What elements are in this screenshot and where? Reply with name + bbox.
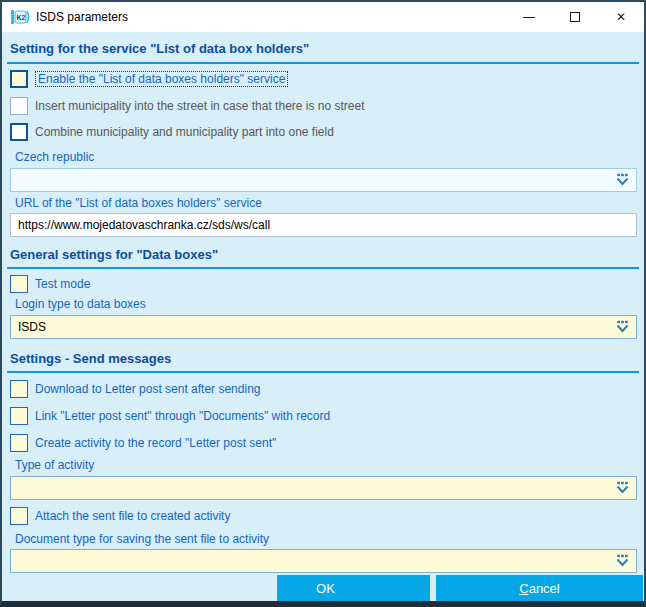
cancel-button[interactable]: Cancel <box>436 575 643 601</box>
isds-parameters-dialog: K2 ISDS parameters — ✕ Setting for the s… <box>0 0 646 607</box>
url-field-value: https://www.mojedatovaschranka.cz/sds/ws… <box>18 218 270 232</box>
checkbox-row-create-activity: Create activity to the record "Letter po… <box>10 433 276 452</box>
url-field[interactable]: https://www.mojedatovaschranka.cz/sds/ws… <box>10 213 637 237</box>
country-field-label: Czech republic <box>15 150 94 164</box>
checkbox-combine-municipality-label: Combine municipality and municipality pa… <box>35 125 334 139</box>
section-rule <box>7 267 639 269</box>
checkbox-row-link-letter-post: Link "Letter post sent" through "Documen… <box>10 406 330 425</box>
minimize-button[interactable]: — <box>506 2 552 32</box>
login-type-field-label: Login type to data boxes <box>15 297 146 311</box>
checkbox-link-letter-post-label[interactable]: Link "Letter post sent" through "Documen… <box>35 409 330 423</box>
checkbox-enable-service-label[interactable]: Enable the "List of data boxes holders" … <box>35 71 288 87</box>
checkbox-attach-sent-file[interactable] <box>10 507 28 525</box>
dropdown-icon[interactable] <box>614 555 631 568</box>
cancel-button-accelerator: C <box>519 581 528 596</box>
ok-button[interactable]: OK <box>277 575 430 601</box>
country-dropdown[interactable] <box>10 168 637 192</box>
svg-text:K2: K2 <box>17 14 26 21</box>
checkbox-link-letter-post[interactable] <box>10 407 28 425</box>
url-field-label: URL of the "List of data boxes holders" … <box>15 196 262 210</box>
section-rule <box>7 62 639 64</box>
document-type-dropdown[interactable] <box>10 549 637 573</box>
dropdown-icon[interactable] <box>614 482 631 495</box>
section-title-service: Setting for the service "List of data bo… <box>10 41 309 56</box>
k2-logo-icon: K2 <box>11 9 30 25</box>
minimize-icon: — <box>523 10 535 24</box>
checkbox-combine-municipality[interactable] <box>10 123 28 141</box>
document-type-field-label: Document type for saving the sent file t… <box>15 532 269 546</box>
checkbox-create-activity-label[interactable]: Create activity to the record "Letter po… <box>35 436 276 450</box>
type-of-activity-field-label: Type of activity <box>15 458 94 472</box>
close-icon: ✕ <box>616 10 626 24</box>
maximize-button[interactable] <box>552 2 598 32</box>
type-of-activity-dropdown[interactable] <box>10 476 637 500</box>
title-bar: K2 ISDS parameters — ✕ <box>2 2 644 32</box>
login-type-dropdown-value: ISDS <box>18 320 46 334</box>
section-title-general: General settings for "Data boxes" <box>10 247 218 262</box>
checkbox-create-activity[interactable] <box>10 434 28 452</box>
checkbox-row-test-mode: Test mode <box>10 274 90 293</box>
checkbox-row-enable-service: Enable the "List of data boxes holders" … <box>10 69 288 88</box>
checkbox-download-letter-post[interactable] <box>10 380 28 398</box>
checkbox-test-mode-label[interactable]: Test mode <box>35 277 90 291</box>
checkbox-attach-sent-file-label[interactable]: Attach the sent file to created activity <box>35 509 230 523</box>
checkbox-enable-service[interactable] <box>10 70 28 88</box>
window-title: ISDS parameters <box>36 10 128 24</box>
checkbox-test-mode[interactable] <box>10 275 28 293</box>
maximize-icon <box>570 12 580 22</box>
close-button[interactable]: ✕ <box>598 2 644 32</box>
login-type-dropdown[interactable]: ISDS <box>10 315 637 339</box>
checkbox-insert-municipality-label: Insert municipality into the street in c… <box>35 99 365 113</box>
section-rule <box>7 371 639 373</box>
checkbox-row-attach-sent-file: Attach the sent file to created activity <box>10 506 230 525</box>
checkbox-row-insert-municipality: Insert municipality into the street in c… <box>10 96 365 115</box>
checkbox-insert-municipality <box>10 97 28 115</box>
section-title-send-messages: Settings - Send messages <box>10 351 171 366</box>
ok-button-label: OK <box>316 581 335 596</box>
checkbox-row-download-letter-post: Download to Letter post sent after sendi… <box>10 379 260 398</box>
checkbox-download-letter-post-label[interactable]: Download to Letter post sent after sendi… <box>35 382 260 396</box>
cancel-button-label: ancel <box>529 581 560 596</box>
dropdown-icon[interactable] <box>614 174 631 187</box>
checkbox-row-combine-municipality: Combine municipality and municipality pa… <box>10 122 334 141</box>
dropdown-icon[interactable] <box>614 321 631 334</box>
